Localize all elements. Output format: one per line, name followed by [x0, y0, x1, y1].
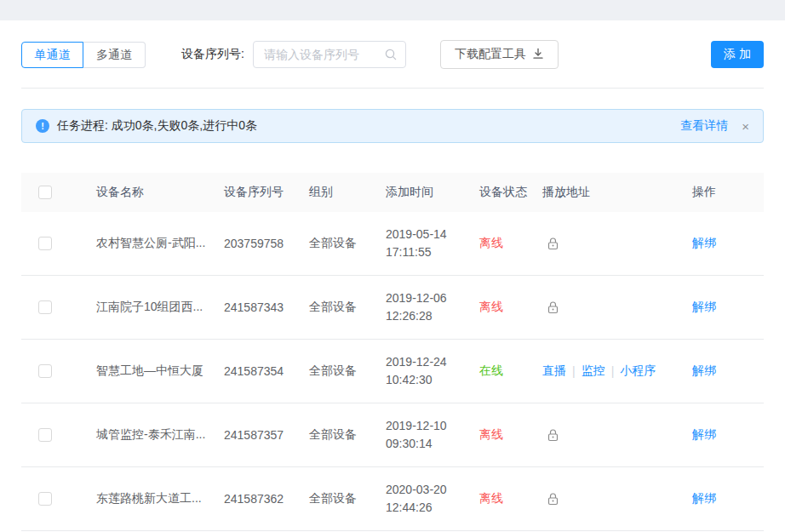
serial-search-input[interactable]: [254, 42, 444, 67]
row-checkbox[interactable]: [38, 237, 52, 250]
task-progress-banner: ! 任务进程: 成功0条,失败0条,进行中0条 查看详情 ×: [21, 109, 764, 143]
add-time: 2019-12-24 10:42:30: [386, 353, 479, 389]
search-icon[interactable]: [384, 48, 398, 64]
serial-number: 241587357: [224, 428, 309, 442]
unbind-link[interactable]: 解绑: [692, 300, 716, 313]
row-select-cell: [21, 492, 83, 506]
banner-close-icon[interactable]: ×: [742, 120, 749, 133]
row-checkbox[interactable]: [38, 364, 52, 378]
lock-icon: [546, 492, 560, 506]
device-group: 全部设备: [309, 300, 386, 315]
table-body: 农村智慧公厕-武阳... 203759758 全部设备 2019-05-14 1…: [21, 212, 764, 531]
add-clock-time: 12:44:26: [386, 499, 473, 517]
status-badge: 在线: [479, 363, 542, 379]
play-cell: [542, 237, 692, 251]
select-all-checkbox[interactable]: [38, 186, 52, 199]
add-date: 2019-12-10: [386, 417, 473, 435]
toolbar-divider: [21, 88, 764, 89]
play-link-live[interactable]: 直播: [542, 363, 566, 379]
info-icon: !: [36, 119, 49, 133]
serial-number-label: 设备序列号:: [181, 47, 244, 62]
col-action: 操作: [692, 185, 764, 200]
link-separator: |: [572, 364, 576, 378]
table-header-row: 设备名称 设备序列号 组别 添加时间 设备状态 播放地址 操作: [21, 173, 764, 212]
unbind-link[interactable]: 解绑: [692, 427, 716, 441]
serial-number: 203759758: [224, 237, 309, 250]
serial-number: 241587354: [224, 364, 309, 378]
view-details-link[interactable]: 查看详情: [680, 118, 728, 134]
table-row: 江南院子10组团西... 241587343 全部设备 2019-12-06 1…: [21, 276, 764, 340]
device-group: 全部设备: [309, 491, 386, 506]
unbind-link[interactable]: 解绑: [692, 363, 716, 377]
action-cell: 解绑: [692, 300, 764, 315]
toolbar: 单通道 多通道 设备序列号: 下载配置工具 添加: [21, 41, 764, 68]
action-cell: 解绑: [692, 363, 764, 379]
add-date: 2019-12-06: [386, 289, 473, 307]
device-name: 东莲路桃新大道工...: [83, 491, 224, 506]
add-clock-time: 17:11:55: [386, 243, 473, 261]
unbind-link[interactable]: 解绑: [692, 491, 716, 505]
device-group: 全部设备: [309, 427, 386, 443]
device-name: 城管监控-泰禾江南...: [83, 427, 224, 443]
device-table: 设备名称 设备序列号 组别 添加时间 设备状态 播放地址 操作 农村智慧公厕-武…: [21, 173, 764, 531]
col-play-address: 播放地址: [542, 185, 692, 200]
play-cell: [542, 492, 692, 506]
row-select-cell: [21, 364, 83, 378]
add-device-button[interactable]: 添加: [711, 41, 764, 68]
row-checkbox[interactable]: [38, 428, 52, 442]
status-badge: 离线: [479, 427, 542, 443]
add-time: 2019-12-10 09:30:14: [386, 417, 479, 453]
table-row: 城管监控-泰禾江南... 241587357 全部设备 2019-12-10 0…: [21, 403, 764, 467]
add-date: 2019-12-24: [386, 353, 473, 371]
tab-single-channel[interactable]: 单通道: [21, 42, 83, 68]
play-link-monitor[interactable]: 监控: [582, 363, 605, 379]
add-time: 2020-03-20 12:44:26: [386, 481, 479, 517]
tab-multi-channel[interactable]: 多通道: [83, 42, 146, 68]
channel-toggle-group: 单通道 多通道: [21, 42, 146, 68]
col-serial-number: 设备序列号: [224, 185, 309, 200]
row-select-cell: [21, 237, 83, 250]
add-date: 2020-03-20: [386, 481, 473, 499]
serial-search-box: [253, 41, 406, 68]
download-button-label: 下载配置工具: [455, 47, 526, 62]
select-all-cell: [21, 186, 83, 199]
status-badge: 离线: [479, 236, 542, 251]
add-date: 2019-05-14: [386, 226, 473, 243]
device-name: 农村智慧公厕-武阳...: [83, 236, 224, 251]
add-clock-time: 12:26:28: [386, 307, 473, 325]
status-badge: 离线: [479, 491, 542, 506]
table-row: 智慧工地—中恒大厦 241587354 全部设备 2019-12-24 10:4…: [21, 340, 764, 403]
play-cell: [542, 300, 692, 315]
download-config-tool-button[interactable]: 下载配置工具: [440, 40, 559, 69]
play-link-miniprogram[interactable]: 小程序: [620, 363, 656, 379]
lock-icon: [546, 300, 560, 315]
task-progress-message: 任务进程: 成功0条,失败0条,进行中0条: [57, 118, 680, 134]
lock-icon: [546, 237, 560, 251]
add-clock-time: 09:30:14: [386, 435, 473, 453]
play-cell: 直播|监控|小程序: [542, 363, 692, 379]
unbind-link[interactable]: 解绑: [692, 236, 716, 249]
col-device-status: 设备状态: [479, 185, 542, 200]
serial-number: 241587343: [224, 300, 309, 314]
row-checkbox[interactable]: [38, 300, 52, 314]
add-time: 2019-12-06 12:26:28: [386, 289, 479, 325]
device-name: 江南院子10组团西...: [83, 300, 224, 315]
download-icon: [532, 48, 544, 62]
action-cell: 解绑: [692, 427, 764, 443]
action-cell: 解绑: [692, 491, 764, 506]
table-row: 农村智慧公厕-武阳... 203759758 全部设备 2019-05-14 1…: [21, 212, 764, 276]
device-group: 全部设备: [309, 363, 386, 379]
col-device-name: 设备名称: [83, 185, 224, 200]
device-group: 全部设备: [309, 236, 386, 251]
serial-number: 241587362: [224, 492, 309, 506]
row-checkbox[interactable]: [38, 492, 52, 506]
table-row: 东莲路桃新大道工... 241587362 全部设备 2020-03-20 12…: [21, 467, 764, 531]
lock-icon: [546, 428, 560, 443]
col-add-time: 添加时间: [386, 185, 479, 200]
add-clock-time: 10:42:30: [386, 371, 473, 389]
top-gray-band: [0, 0, 785, 20]
status-badge: 离线: [479, 300, 542, 315]
row-select-cell: [21, 300, 83, 314]
action-cell: 解绑: [692, 236, 764, 251]
add-time: 2019-05-14 17:11:55: [386, 226, 479, 261]
